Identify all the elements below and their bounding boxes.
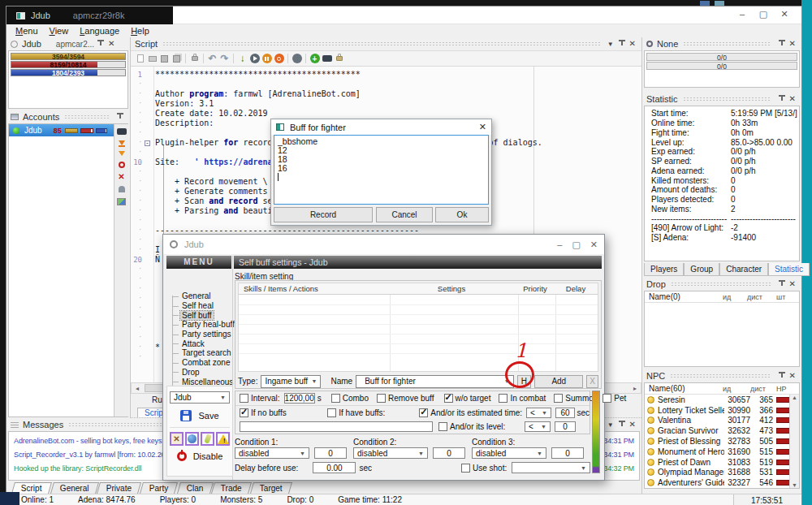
warning-icon[interactable]: ! (216, 432, 230, 446)
menu-item[interactable]: View (44, 24, 75, 37)
disable-button[interactable]: Disable (177, 451, 223, 461)
if-have-buffs-checkbox[interactable] (327, 408, 336, 417)
tree-item[interactable]: Drop (166, 368, 233, 378)
pin-icon[interactable] (97, 40, 104, 48)
col-delay[interactable]: Delay (554, 284, 598, 293)
new-file-icon[interactable] (134, 53, 146, 64)
chat-tab[interactable]: General (50, 482, 99, 494)
tree-item[interactable]: Self buff (166, 310, 233, 320)
pin-icon[interactable] (116, 113, 123, 121)
close-icon[interactable]: ✕ (789, 40, 796, 48)
est-time-checkbox[interactable] (419, 408, 428, 417)
scroll-up-icon[interactable]: ▲ (792, 395, 797, 400)
tree-item[interactable]: General (166, 291, 233, 301)
save-button[interactable]: Save (180, 410, 218, 421)
protect-icon[interactable] (333, 53, 345, 64)
run-icon[interactable] (248, 53, 261, 64)
add-button[interactable]: Add (534, 375, 583, 388)
record-icon[interactable] (291, 53, 303, 64)
condition-value-input[interactable]: 0 (433, 447, 465, 459)
goto-line-icon[interactable]: ↓ (236, 53, 248, 64)
npc-col-name[interactable]: Name(60) (645, 384, 723, 393)
remove-button[interactable]: X (586, 375, 598, 388)
stop-icon[interactable] (273, 53, 285, 64)
level-op-select[interactable]: <▼ (525, 421, 551, 432)
potion-icon[interactable] (201, 432, 214, 446)
chevron-down-icon[interactable]: ▼ (607, 41, 614, 48)
minimize-button[interactable]: – (732, 9, 753, 19)
delay-input[interactable]: 0.00 (313, 462, 356, 473)
open-file-icon[interactable] (146, 53, 158, 64)
col-settings[interactable]: Settings (387, 284, 516, 293)
close-icon[interactable]: ✕ (629, 421, 636, 429)
level-input[interactable]: 0 (555, 421, 576, 432)
account-row[interactable]: Jdub 85 (9, 124, 114, 136)
buff-list-textarea[interactable]: _bbshome121816 (274, 135, 489, 205)
record-button[interactable]: Record (274, 207, 373, 222)
col-actions[interactable]: Skills / Items / Actions (239, 284, 387, 293)
buff-filter-input[interactable] (240, 421, 433, 432)
send-to-top-icon[interactable] (119, 140, 125, 145)
chat-tab[interactable]: Trade (211, 482, 252, 494)
menu-item[interactable]: Help (125, 24, 155, 37)
cut-icon[interactable]: ✕ (118, 174, 124, 180)
in-combat-checkbox[interactable] (499, 394, 508, 403)
scroll-left-icon[interactable]: ◂ (132, 385, 143, 392)
scroll-right-icon[interactable]: ▸ (629, 385, 641, 392)
pause-icon[interactable] (261, 53, 273, 64)
close-button[interactable]: ✕ (590, 240, 598, 250)
save-icon[interactable] (158, 53, 171, 64)
wo-target-checkbox[interactable] (444, 394, 453, 403)
condition-value-input[interactable]: 0 (314, 447, 347, 459)
buff-dialog-titlebar[interactable]: Buff for fighter ✕ (271, 119, 491, 135)
info-tab[interactable]: Character (719, 263, 768, 276)
tree-item[interactable]: Target search (166, 348, 233, 358)
menu-item[interactable]: Menu (10, 24, 44, 37)
chat-tab[interactable]: Private (97, 482, 141, 494)
npc-col-hp[interactable]: HP (776, 385, 799, 393)
npc-row[interactable]: Valentina 30177 412 (645, 416, 791, 426)
chevron-down-icon[interactable]: ▼ (607, 421, 614, 429)
est-time-input[interactable]: 60 (555, 408, 576, 418)
close-icon[interactable]: ✕ (108, 40, 114, 48)
undo-icon[interactable]: ↶ (206, 53, 218, 64)
npc-scrollbar[interactable]: ▲ ▼ (789, 395, 799, 488)
tree-item[interactable]: Party heal-buff (166, 320, 233, 330)
close-icon[interactable]: ✕ (629, 40, 636, 48)
chat-tab[interactable]: Party (140, 482, 178, 494)
redo-icon[interactable]: ↷ (218, 53, 231, 64)
info-tab[interactable]: Players (644, 263, 684, 276)
if-no-buffs-checkbox[interactable] (240, 408, 248, 417)
condition-select[interactable]: disabled▼ (235, 447, 309, 459)
remove-buff-checkbox[interactable] (377, 394, 386, 403)
npc-row[interactable]: Gracian Survivor 32632 473 (645, 425, 791, 436)
drop-col-name[interactable]: Name(0) (645, 292, 723, 301)
pin-icon[interactable] (778, 280, 785, 288)
npc-row[interactable]: Lottery Ticket Seller 30990 366 (645, 405, 791, 416)
save-all-icon[interactable] (171, 53, 183, 64)
ok-button[interactable]: Ok (435, 207, 489, 222)
profile-select[interactable]: Jdub▼ (170, 391, 230, 404)
close-icon[interactable]: ✕ (789, 372, 796, 380)
tree-item[interactable]: Attack (166, 339, 233, 348)
use-shot-checkbox[interactable] (461, 464, 470, 473)
name-combo[interactable]: Buff for fighter▼ (356, 375, 513, 388)
interval-checkbox[interactable] (240, 394, 248, 403)
condition-value-input[interactable]: 0 (551, 447, 584, 459)
pin-icon[interactable] (778, 372, 785, 380)
chat-tab[interactable]: Clan (177, 482, 214, 494)
swords-icon[interactable]: ✕ (170, 432, 184, 446)
close-icon[interactable]: ✕ (789, 95, 796, 103)
globe-icon[interactable] (185, 432, 199, 446)
camera-icon[interactable] (321, 53, 333, 64)
npc-row[interactable]: Adventurers' Guide 32327 546 (645, 477, 791, 488)
skills-table[interactable]: Skills / Items / Actions Settings Priori… (238, 283, 598, 372)
combo-checkbox[interactable] (331, 394, 340, 403)
window-tab[interactable]: Jdub apmczr29r8k (6, 6, 173, 24)
npc-col-id[interactable]: ид (723, 385, 750, 393)
condition-select[interactable]: disabled▼ (472, 447, 546, 459)
info-tab[interactable]: Statistic (768, 263, 810, 276)
use-shot-select[interactable]: ▼ (512, 462, 590, 473)
npc-row[interactable]: Monument of Heroes 31690 515 (645, 447, 791, 457)
add-icon[interactable]: + (309, 53, 321, 64)
